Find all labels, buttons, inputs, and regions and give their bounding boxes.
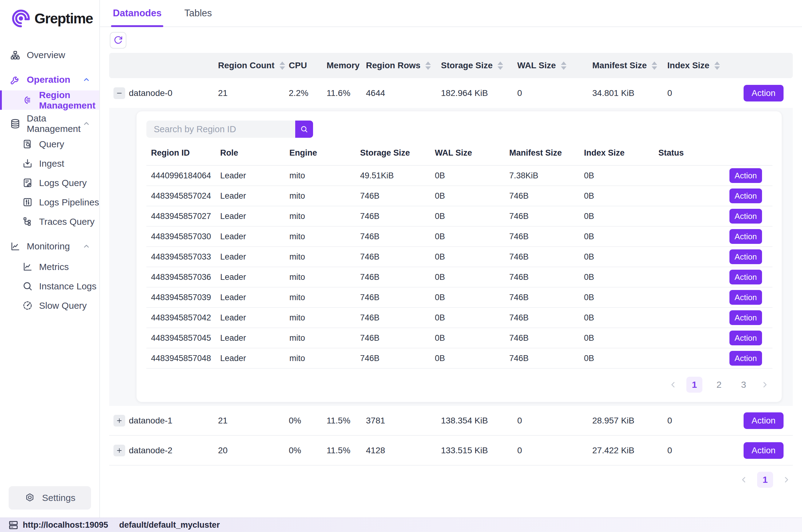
sidebar-item-logs-pipelines[interactable]: Logs Pipelines	[0, 192, 99, 212]
cell-engine: mito	[285, 354, 356, 363]
region-table-row: 4483945857042 Leader mito 746B 0B 746B 0…	[146, 308, 772, 328]
cell-storage-size: 138.354 KiB	[441, 416, 517, 425]
cell-engine: mito	[285, 171, 356, 180]
column-header-region-rows[interactable]: Region Rows	[366, 61, 441, 71]
collapse-row-button[interactable]	[113, 87, 125, 99]
region-table-row: 4483945857024 Leader mito 746B 0B 746B 0…	[146, 186, 772, 206]
tab-datanodes[interactable]: Datanodes	[111, 0, 163, 26]
region-action-button[interactable]: Action	[729, 249, 762, 264]
statusbar: http://localhost:19095 default/default_m…	[0, 517, 802, 532]
sort-icon[interactable]	[498, 61, 503, 70]
pipelines-icon	[22, 197, 33, 208]
sidebar-item-instance-logs[interactable]: Instance Logs	[0, 277, 99, 296]
datanode-action-button[interactable]: Action	[744, 412, 784, 429]
next-page-icon[interactable]	[760, 380, 769, 389]
endpoint-text[interactable]: http://localhost:19095	[23, 520, 108, 530]
sidebar-item-label: Instance Logs	[39, 281, 97, 291]
datanode-name: datanode-2	[129, 445, 218, 455]
column-header-storage-size[interactable]: Storage Size	[441, 61, 517, 71]
page-button-1[interactable]: 1	[757, 472, 773, 488]
sidebar-item-ingest[interactable]: Ingest	[0, 154, 99, 173]
chevron-up-icon[interactable]	[82, 119, 91, 128]
column-header-index-size[interactable]: Index Size	[667, 61, 723, 71]
sidebar-item-data-management[interactable]: Data Management	[0, 113, 99, 134]
cell-index-size: 0	[667, 416, 723, 425]
region-pagination: 1 2 3	[146, 369, 772, 397]
datanode-action-button[interactable]: Action	[744, 85, 784, 101]
cell-region-count: 20	[218, 445, 289, 455]
sort-icon[interactable]	[714, 61, 720, 70]
region-action-button[interactable]: Action	[729, 330, 762, 345]
region-management-icon	[22, 95, 33, 106]
page-button-3[interactable]: 3	[736, 377, 751, 393]
search-icon	[22, 281, 33, 291]
sort-icon[interactable]	[280, 61, 285, 70]
region-table-row: 4483945857033 Leader mito 746B 0B 746B 0…	[146, 247, 772, 267]
cell-engine: mito	[285, 191, 356, 201]
cell-storage-size: 133.515 KiB	[441, 445, 517, 455]
datanode-action-button[interactable]: Action	[744, 442, 784, 459]
sort-icon[interactable]	[652, 61, 657, 70]
prev-page-icon[interactable]	[739, 475, 748, 484]
region-table-row: 4483945857027 Leader mito 746B 0B 746B 0…	[146, 206, 772, 227]
chevron-up-icon[interactable]	[82, 242, 91, 251]
column-header-manifest-size[interactable]: Manifest Size	[592, 61, 667, 71]
sidebar-item-logs-query[interactable]: Logs Query	[0, 173, 99, 192]
cell-engine: mito	[285, 272, 356, 282]
sidebar-item-traces-query[interactable]: Traces Query	[0, 212, 99, 231]
cell-cpu: 0%	[289, 445, 327, 455]
cell-engine: mito	[285, 252, 356, 262]
prev-page-icon[interactable]	[669, 380, 678, 389]
cell-region-id: 4440996184064	[146, 171, 215, 180]
region-search-input[interactable]	[146, 120, 295, 138]
cell-role: Leader	[215, 333, 285, 343]
sidebar-item-region-management[interactable]: Region Management	[0, 90, 99, 110]
chevron-up-icon[interactable]	[82, 75, 91, 84]
column-header-region-count[interactable]: Region Count	[218, 61, 289, 71]
column-header-storage-size: Storage Size	[356, 148, 430, 158]
cell-storage-size: 746B	[356, 354, 430, 363]
region-action-button[interactable]: Action	[729, 270, 762, 284]
sidebar-item-overview[interactable]: Overview	[0, 44, 99, 66]
cell-wal-size: 0	[517, 88, 592, 98]
settings-button[interactable]: Settings	[8, 486, 91, 510]
expand-row-button[interactable]	[113, 415, 125, 426]
sidebar-item-label: Operation	[27, 74, 71, 85]
sort-icon[interactable]	[561, 61, 567, 70]
region-action-button[interactable]: Action	[729, 209, 762, 224]
sidebar-item-monitoring[interactable]: Monitoring	[0, 235, 99, 257]
cell-engine: mito	[285, 293, 356, 302]
cell-storage-size: 182.964 KiB	[441, 88, 517, 98]
sort-icon[interactable]	[425, 61, 431, 70]
region-action-button[interactable]: Action	[729, 168, 762, 183]
sidebar-item-operation[interactable]: Operation	[0, 69, 99, 90]
region-table-row: 4483945857048 Leader mito 746B 0B 746B 0…	[146, 348, 772, 369]
column-header-wal-size[interactable]: WAL Size	[517, 61, 592, 71]
tab-tables[interactable]: Tables	[183, 0, 214, 26]
sidebar-item-query[interactable]: Query	[0, 134, 99, 154]
search-icon	[300, 125, 308, 133]
cell-region-rows: 4644	[366, 88, 441, 98]
column-header-region-id: Region ID	[146, 148, 215, 158]
expand-row-button[interactable]	[113, 445, 125, 456]
cell-region-id: 4483945857030	[146, 232, 215, 241]
region-action-button[interactable]: Action	[729, 310, 762, 325]
sidebar-item-slow-query[interactable]: Slow Query	[0, 296, 99, 315]
page-button-2[interactable]: 2	[711, 377, 727, 393]
cell-role: Leader	[215, 232, 285, 241]
cluster-text[interactable]: default/default_mycluster	[119, 520, 220, 530]
region-action-button[interactable]: Action	[729, 351, 762, 366]
page-button-1[interactable]: 1	[686, 377, 702, 393]
refresh-button[interactable]	[110, 32, 127, 49]
region-action-button[interactable]: Action	[729, 290, 762, 305]
sidebar-item-metrics[interactable]: Metrics	[0, 257, 99, 277]
gear-icon	[24, 492, 35, 504]
search-button[interactable]	[295, 120, 313, 138]
region-action-button[interactable]: Action	[729, 229, 762, 244]
cell-region-id: 4483945857027	[146, 212, 215, 221]
cell-wal-size: 0B	[430, 354, 504, 363]
datanodes-pagination: 1	[100, 472, 791, 488]
next-page-icon[interactable]	[782, 475, 791, 484]
region-action-button[interactable]: Action	[729, 189, 762, 203]
cell-cpu: 0%	[289, 416, 327, 425]
